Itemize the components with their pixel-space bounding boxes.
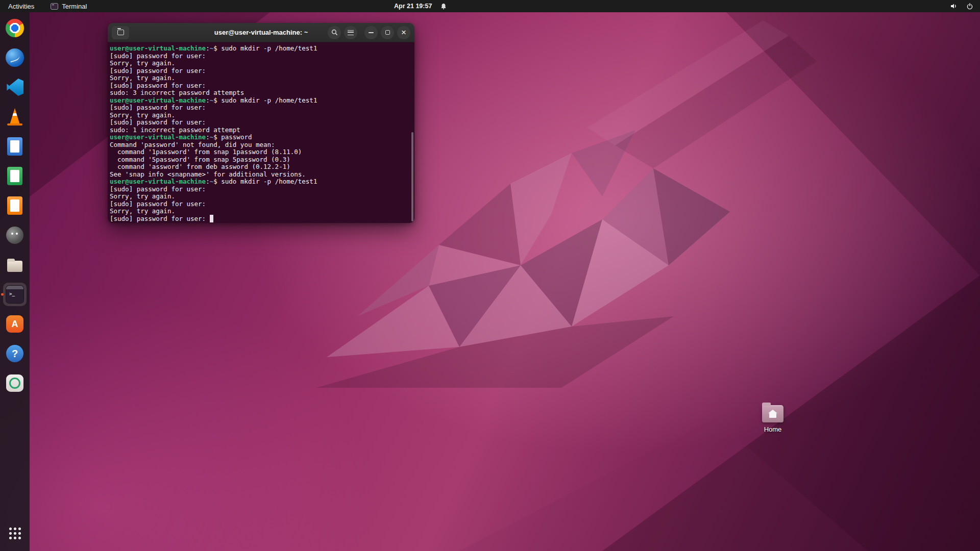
- minimize-button[interactable]: [364, 26, 378, 39]
- menu-icon: [348, 30, 354, 35]
- terminal-window: user@user-virtual-machine: ~ ×: [108, 23, 414, 223]
- power-icon: [966, 3, 973, 10]
- terminal-line: [sudo] password for user:: [110, 201, 413, 208]
- libreoffice-calc-icon: [4, 165, 26, 187]
- activities-button[interactable]: Activities: [7, 0, 35, 12]
- clock-label: Apr 21 19:57: [394, 3, 432, 10]
- terminal-line: command '5password' from snap 5password …: [110, 156, 413, 164]
- notification-bell-icon: [440, 3, 447, 10]
- terminal-line: [sudo] password for user:: [110, 82, 413, 90]
- dock-item-gimp[interactable]: [3, 223, 27, 247]
- terminal-line: Sorry, try again.: [110, 60, 413, 67]
- terminal-line: Command 'password' not found, did you me…: [110, 141, 413, 149]
- dock-item-impress[interactable]: [3, 194, 27, 217]
- terminal-text: :: [206, 133, 210, 141]
- terminal-line: See 'snap info <snapname>' for additiona…: [110, 171, 413, 179]
- terminal-cursor: [210, 215, 214, 222]
- home-folder-label: Home: [764, 425, 782, 433]
- volume-icon: [950, 3, 959, 10]
- terminal-line: [sudo] password for user:: [110, 104, 413, 112]
- terminal-text: $ password: [213, 133, 252, 141]
- terminal-line: [sudo] password for user:: [110, 53, 413, 60]
- terminal-text: Sorry, try again.: [110, 74, 175, 82]
- libreoffice-impress-icon: [4, 195, 26, 216]
- vlc-icon: [4, 106, 26, 128]
- terminal-text: user@user-virtual-machine: [110, 44, 206, 52]
- terminal-text: user@user-virtual-machine: [110, 96, 206, 104]
- terminal-text: Command 'password' not found, did you me…: [110, 141, 275, 148]
- software-updater-icon: [4, 372, 26, 394]
- terminal-text: $ sudo mkdir -p /home/test1: [213, 178, 317, 185]
- terminal-line: user@user-virtual-machine:~$ sudo mkdir …: [110, 97, 413, 105]
- app-grid-button[interactable]: [3, 521, 27, 545]
- terminal-app-icon: [51, 3, 58, 10]
- gimp-icon: [4, 224, 26, 246]
- files-icon: [4, 254, 26, 276]
- close-button[interactable]: ×: [397, 26, 410, 39]
- dock-item-vlc[interactable]: [3, 105, 27, 129]
- terminal-text: command 'assword' from deb assword (0.12…: [110, 163, 290, 170]
- terminal-text: command '5password' from snap 5password …: [110, 156, 290, 163]
- dock-item-thunderbird[interactable]: [3, 46, 27, 69]
- dock-item-chrome[interactable]: [3, 16, 27, 40]
- close-icon: ×: [401, 28, 406, 37]
- help-glyph: ?: [12, 348, 18, 359]
- terminal-line: [sudo] password for user:: [110, 67, 413, 75]
- terminal-text: sudo: 3 incorrect password attempts: [110, 89, 244, 96]
- terminal-text: [sudo] password for user:: [110, 104, 210, 111]
- search-icon: [331, 29, 338, 36]
- terminal-text: :: [206, 96, 210, 104]
- terminal-text: [sudo] password for user:: [110, 200, 210, 208]
- terminal-body[interactable]: user@user-virtual-machine:~$ sudo mkdir …: [108, 42, 414, 223]
- terminal-line: Sorry, try again.: [110, 193, 413, 201]
- focused-app-name: Terminal: [62, 3, 87, 10]
- maximize-button[interactable]: [381, 26, 394, 39]
- terminal-line: user@user-virtual-machine:~$ sudo mkdir …: [110, 178, 413, 186]
- thunderbird-icon: [4, 47, 26, 68]
- terminal-header[interactable]: user@user-virtual-machine: ~ ×: [108, 23, 414, 42]
- dock-item-software[interactable]: A: [3, 312, 27, 336]
- software-glyph: A: [12, 319, 18, 329]
- terminal-text: :: [206, 44, 210, 52]
- dock-item-terminal[interactable]: >_: [3, 283, 27, 306]
- terminal-line: Sorry, try again.: [110, 112, 413, 119]
- clock-menu[interactable]: Apr 21 19:57: [394, 0, 447, 12]
- new-tab-button[interactable]: [112, 26, 129, 39]
- terminal-line: Sorry, try again.: [110, 74, 413, 82]
- focused-app-menu[interactable]: Terminal: [51, 0, 87, 12]
- terminal-text: user@user-virtual-machine: [110, 133, 206, 141]
- terminal-line: command 'assword' from deb assword (0.12…: [110, 163, 413, 171]
- vscode-icon: [4, 77, 26, 98]
- dock-item-files[interactable]: [3, 253, 27, 277]
- ubuntu-software-icon: A: [4, 313, 26, 335]
- maximize-icon: [385, 30, 390, 35]
- house-icon: [769, 413, 776, 418]
- dock-item-writer[interactable]: [3, 135, 27, 158]
- dock: >_A?: [0, 12, 30, 551]
- menu-button[interactable]: [344, 26, 357, 39]
- app-grid-icon: [8, 527, 22, 540]
- terminal-line: [sudo] password for user:: [110, 215, 413, 223]
- dock-item-updater[interactable]: [3, 371, 27, 395]
- window-title: user@user-virtual-machine: ~: [214, 29, 308, 36]
- terminal-text: [sudo] password for user:: [110, 82, 210, 89]
- terminal-line: [sudo] password for user:: [110, 186, 413, 193]
- terminal-text: Sorry, try again.: [110, 59, 175, 67]
- dock-item-vscode[interactable]: [3, 76, 27, 99]
- home-folder-shortcut[interactable]: Home: [760, 405, 786, 433]
- terminal-text: Sorry, try again.: [110, 192, 175, 200]
- terminal-line: sudo: 3 incorrect password attempts: [110, 89, 413, 97]
- search-button[interactable]: [328, 26, 341, 39]
- dock-item-help[interactable]: ?: [3, 342, 27, 365]
- dock-item-calc[interactable]: [3, 164, 27, 188]
- terminal-scrollbar[interactable]: [411, 132, 413, 221]
- terminal-icon: >_: [4, 284, 26, 305]
- terminal-line: Sorry, try again.: [110, 208, 413, 215]
- terminal-text: [sudo] password for user:: [110, 215, 210, 222]
- terminal-text: command '1password' from snap 1password …: [110, 148, 302, 156]
- libreoffice-writer-icon: [4, 136, 26, 157]
- system-status-menu[interactable]: [950, 0, 980, 12]
- terminal-text: [sudo] password for user:: [110, 52, 210, 60]
- screen: { "topbar": { "activities_label": "Activ…: [0, 0, 980, 551]
- minimize-icon: [369, 32, 374, 33]
